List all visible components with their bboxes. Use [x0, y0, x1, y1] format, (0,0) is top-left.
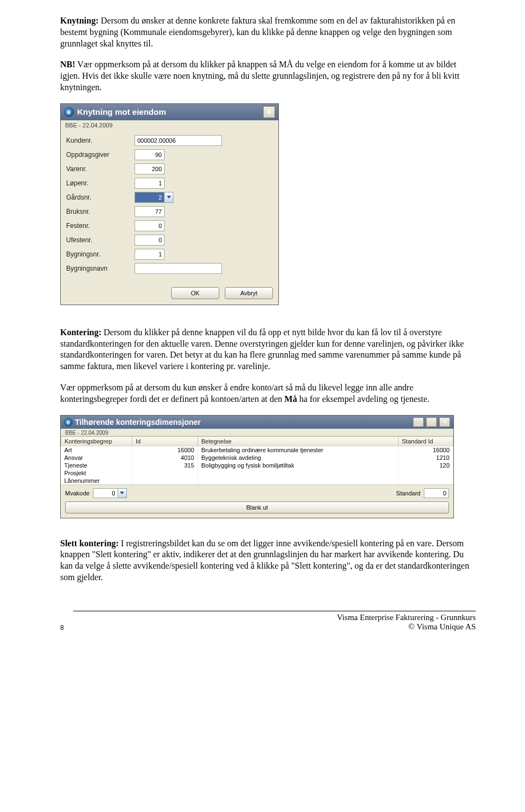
dialog-title: Knytning mot eiendom [77, 107, 166, 116]
ok-button[interactable]: OK [171, 287, 219, 299]
kontering-dialog: e Tilhørende konteringsdimensjoner _ □ ✕… [60, 415, 454, 518]
label-ufestenr: Ufestenr. [66, 236, 135, 244]
cell-begrep: Tjeneste [61, 462, 132, 469]
input-mvakode[interactable]: 0 [93, 488, 118, 498]
table-row[interactable]: Ansvar4010Byggeteknisk avdeling1210 [61, 454, 453, 462]
cell-begrep: Ansvar [61, 454, 132, 462]
table-row[interactable]: Prosjekt [61, 469, 453, 477]
label-bruksnr: Bruksnr. [66, 208, 135, 215]
dropdown-gardsnr[interactable] [165, 192, 173, 203]
paragraph-note: Vær oppmerksom på at dersom du kun ønske… [60, 382, 476, 405]
dialog-titlebar: e Knytning mot eiendom ✕ [61, 104, 278, 120]
dialog2-subtitle: BBE - 22.04.2009 [61, 429, 453, 436]
app-icon: e [64, 418, 73, 427]
label-varenr: Varenr. [66, 165, 135, 173]
dialog2-titlebar: e Tilhørende konteringsdimensjoner _ □ ✕ [61, 416, 453, 429]
label-standard: Standard [396, 490, 421, 496]
th-id[interactable]: Id [132, 436, 198, 446]
cell-std[interactable] [399, 469, 453, 477]
input-gardsnr[interactable]: 2 [135, 192, 165, 203]
chevron-down-icon [167, 196, 171, 199]
dialog2-title: Tilhørende konteringsdimensjoner [75, 418, 411, 427]
footer-line2: © Visma Unique AS [409, 622, 476, 631]
cell-id[interactable] [132, 477, 198, 484]
th-betegnelse[interactable]: Betegnelse [198, 436, 399, 446]
footer-line1: Visma Enterprise Fakturering - Grunnkurs [337, 613, 476, 622]
table-row[interactable]: Lånenummer [61, 477, 453, 484]
chevron-down-icon [120, 492, 124, 495]
cell-betegnelse[interactable]: Boligbygging og fysisk bomiljøtiltak [198, 462, 399, 469]
maximize-icon[interactable]: □ [426, 417, 437, 427]
label-gardsnr: Gårdsnr. [66, 194, 135, 201]
paragraph-kontering: Kontering: Dersom du klikker på denne kn… [60, 327, 476, 372]
blank-ut-button[interactable]: Blank ut [65, 501, 449, 513]
table-row[interactable]: Art16000Brukerbetaling ordinære kommunal… [61, 446, 453, 454]
input-standard[interactable]: 0 [424, 488, 449, 498]
paragraph-knytning: Knytning: Dersom du ønsker at denne konk… [60, 15, 476, 49]
table-row[interactable]: Tjeneste315Boligbygging og fysisk bomilj… [61, 462, 453, 469]
paragraph-slett: Slett kontering: I registreringsbildet k… [60, 538, 476, 583]
lead-nb: NB! [60, 60, 75, 69]
cell-betegnelse[interactable] [198, 469, 399, 477]
input-bruksnr[interactable]: 77 [135, 206, 165, 217]
th-std[interactable]: Standard Id [399, 436, 453, 446]
dialog-subtitle: BBE - 22.04.2009 [61, 120, 278, 128]
lead-slett: Slett kontering: [60, 539, 119, 548]
knytning-dialog: e Knytning mot eiendom ✕ BBE - 22.04.200… [60, 103, 279, 305]
cell-betegnelse[interactable]: Byggeteknisk avdeling [198, 454, 399, 462]
label-lopenr: Løpenr. [66, 179, 135, 187]
cell-std[interactable]: 1210 [399, 454, 453, 462]
lead-knytning: Knytning: [60, 16, 98, 25]
input-kundenr[interactable]: 000002.00006 [135, 135, 222, 146]
label-bygningsnr: Bygningsnr. [66, 250, 135, 258]
cell-betegnelse[interactable]: Brukerbetaling ordinære kommunale tjenes… [198, 446, 399, 454]
input-festenr[interactable]: 0 [135, 220, 165, 231]
close-icon[interactable]: ✕ [439, 417, 450, 427]
cell-begrep: Art [61, 446, 132, 454]
input-lopenr[interactable]: 1 [135, 178, 165, 189]
cell-std[interactable]: 120 [399, 462, 453, 469]
page-number: 8 [60, 624, 73, 632]
label-kundenr: Kundenr. [66, 137, 135, 144]
page-footer: 8 Visma Enterprise Fakturering - Grunnku… [60, 611, 476, 632]
cell-begrep: Lånenummer [61, 477, 132, 484]
cancel-button[interactable]: Avbryt [225, 287, 273, 299]
dropdown-mvakode[interactable] [118, 488, 127, 498]
cell-std[interactable]: 16000 [399, 446, 453, 454]
input-bygningsnr[interactable]: 1 [135, 249, 165, 260]
kontering-table: Konteringsbegrep Id Betegnelse Standard … [61, 436, 453, 484]
close-icon[interactable]: ✕ [263, 106, 275, 118]
label-festenr: Festenr. [66, 222, 135, 230]
minimize-icon[interactable]: _ [413, 417, 424, 427]
app-icon: e [64, 107, 74, 117]
input-ufestenr[interactable]: 0 [135, 235, 165, 246]
paragraph-nb: NB! Vær oppmerksom på at dersom du klikk… [60, 59, 476, 93]
cell-id[interactable] [132, 469, 198, 477]
input-oppdragsgiver[interactable]: 90 [135, 149, 165, 160]
input-varenr[interactable]: 200 [135, 163, 165, 174]
lead-kontering: Kontering: [60, 328, 102, 337]
label-bygningsnavn: Bygningsnavn [66, 265, 135, 272]
input-bygningsnavn[interactable] [135, 263, 222, 274]
label-oppdragsgiver: Oppdragsgiver [66, 151, 135, 159]
cell-betegnelse[interactable] [198, 477, 399, 484]
label-mvakode: Mvakode [65, 490, 90, 496]
cell-id[interactable]: 4010 [132, 454, 198, 462]
th-begrep[interactable]: Konteringsbegrep [61, 436, 132, 446]
cell-id[interactable]: 16000 [132, 446, 198, 454]
kontering-tbody: Art16000Brukerbetaling ordinære kommunal… [61, 446, 453, 484]
cell-begrep: Prosjekt [61, 469, 132, 477]
cell-id[interactable]: 315 [132, 462, 198, 469]
cell-std[interactable] [399, 477, 453, 484]
